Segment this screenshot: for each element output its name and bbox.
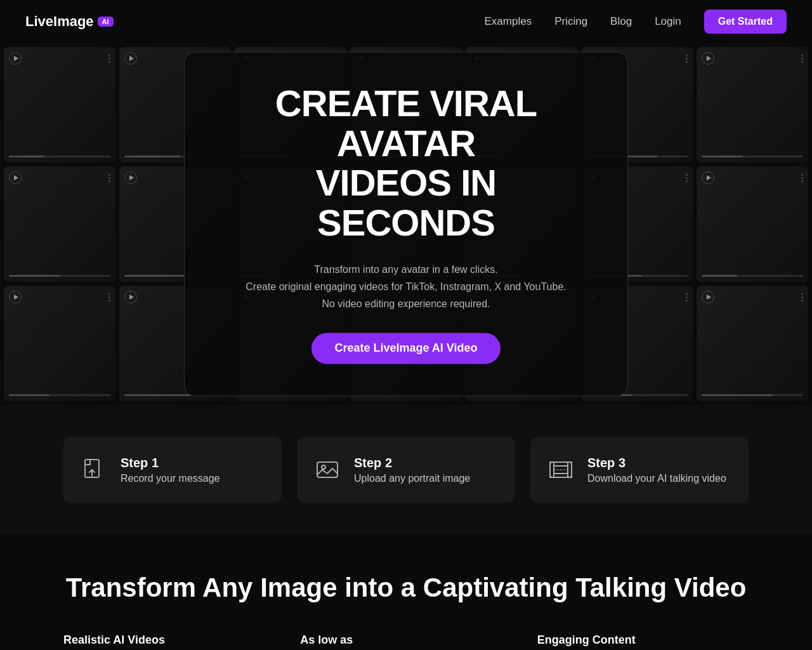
step-2-content: Step 2 Upload any portrait image	[354, 456, 470, 484]
nav-links: Examples Pricing Blog Login Get Started	[485, 10, 787, 34]
step-1-label: Step 1	[121, 456, 220, 470]
video-thumb	[697, 286, 808, 401]
video-thumb	[4, 286, 115, 401]
price-label: As low as	[300, 633, 511, 647]
logo[interactable]: LiveImage AI	[25, 13, 114, 30]
step-2-label: Step 2	[354, 456, 470, 470]
step-3-content: Step 3 Download your AI talking video	[587, 456, 726, 484]
get-started-button[interactable]: Get Started	[704, 10, 787, 34]
feature-col-engaging: Engaging Content ✓ Craft viral-worthy vi…	[537, 633, 749, 650]
create-video-button[interactable]: Create LiveImage AI Video	[311, 333, 500, 364]
film-icon	[546, 454, 576, 485]
steps-section: Step 1 Record your message Step 2 Upload…	[0, 405, 812, 534]
hero-overlay: CREATE VIRAL AVATAR VIDEOS IN SECONDS Tr…	[184, 51, 628, 396]
logo-text: LiveImage	[25, 13, 94, 30]
svg-point-2	[322, 465, 325, 469]
feature-col-realistic: Realistic AI Videos ✓ Lifelike emotions …	[63, 633, 275, 650]
price-column: As low as $20	[300, 633, 511, 650]
feature-col-3-title: Engaging Content	[537, 633, 749, 647]
step-card-2: Step 2 Upload any portrait image	[297, 437, 515, 503]
step-card-3: Step 3 Download your AI talking video	[530, 437, 749, 503]
step-3-desc: Download your AI talking video	[587, 473, 726, 484]
nav-link-examples[interactable]: Examples	[485, 15, 532, 28]
video-thumb	[4, 166, 115, 282]
step-1-content: Step 1 Record your message	[121, 456, 220, 484]
image-icon	[312, 454, 343, 485]
upload-icon	[79, 454, 109, 485]
step-1-desc: Record your message	[121, 473, 220, 484]
svg-rect-5	[568, 462, 572, 477]
hero-subtitle: Transform into any avatar in a few click…	[223, 261, 589, 313]
feature-col-1-title: Realistic AI Videos	[63, 633, 275, 647]
features-grid: Realistic AI Videos ✓ Lifelike emotions …	[63, 633, 749, 650]
hero-section: CREATE VIRAL AVATAR VIDEOS IN SECONDS Tr…	[0, 43, 812, 405]
video-thumb	[4, 47, 115, 162]
nav-link-pricing[interactable]: Pricing	[554, 15, 587, 28]
navbar: LiveImage AI Examples Pricing Blog Login…	[0, 0, 812, 43]
nav-link-login[interactable]: Login	[655, 15, 681, 28]
features-title: Transform Any Image into a Captivating T…	[63, 573, 749, 603]
nav-link-blog[interactable]: Blog	[610, 15, 632, 28]
video-thumb	[697, 166, 808, 282]
features-section: Transform Any Image into a Captivating T…	[0, 534, 812, 650]
logo-badge: AI	[98, 17, 114, 27]
svg-rect-4	[550, 462, 554, 477]
step-2-desc: Upload any portrait image	[354, 473, 470, 484]
hero-title: CREATE VIRAL AVATAR VIDEOS IN SECONDS	[223, 84, 589, 243]
step-3-label: Step 3	[587, 456, 726, 470]
step-card-1: Step 1 Record your message	[63, 437, 282, 503]
video-thumb	[697, 47, 808, 162]
